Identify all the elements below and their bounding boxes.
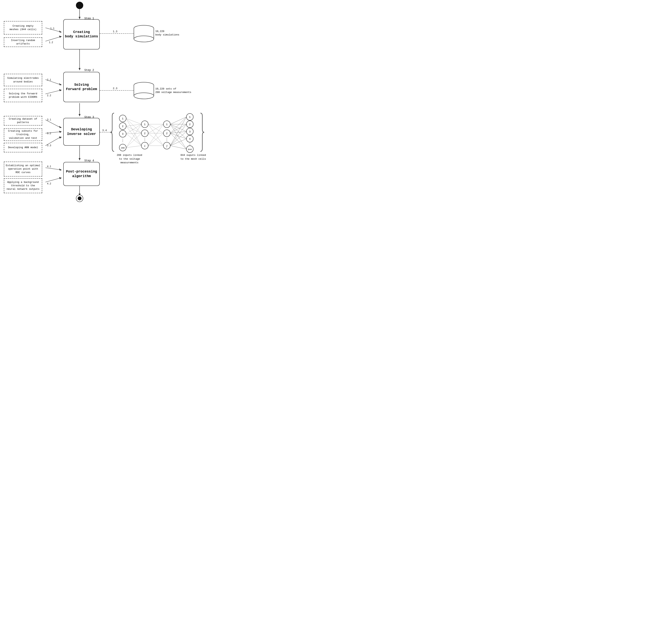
link-2-3: 2.3 — [113, 87, 117, 90]
db8-roc-curves: Establishing an optimal operation point … — [4, 162, 42, 177]
svg-line-92 — [148, 124, 163, 146]
svg-line-107 — [170, 133, 186, 139]
svg-marker-22 — [79, 193, 81, 196]
svg-point-24 — [78, 197, 82, 200]
svg-line-109 — [170, 117, 186, 146]
step3-process-box: Developing Inverse solver — [63, 118, 100, 146]
svg-point-12 — [76, 2, 83, 9]
svg-text:1: 1 — [166, 123, 168, 126]
svg-marker-28 — [59, 36, 62, 38]
sub-1-2: 1.2 — [49, 41, 53, 44]
svg-line-83 — [126, 126, 141, 146]
svg-marker-34 — [59, 126, 62, 128]
svg-line-111 — [170, 132, 186, 146]
svg-marker-16 — [79, 68, 81, 70]
svg-point-6 — [134, 82, 154, 88]
db3-simulating-electrodes: Simulating electrodes around bodies — [4, 74, 42, 86]
svg-marker-18 — [79, 114, 81, 116]
svg-point-10 — [134, 93, 154, 99]
svg-line-79 — [126, 118, 141, 133]
sub-1-1: 1.1 — [50, 27, 54, 30]
svg-marker-32 — [59, 89, 62, 91]
svg-line-27 — [45, 37, 60, 41]
db7-ann-model: Developing ANN model — [4, 143, 42, 152]
db6-label: Creating subsets for training, validatio… — [6, 129, 40, 140]
svg-line-84 — [126, 124, 141, 134]
db3-label: Simulating electrodes around bodies — [7, 76, 39, 83]
svg-marker-40 — [59, 168, 62, 170]
db2-label: Inserting random artifacts — [6, 39, 40, 46]
svg-text:208: 208 — [121, 147, 125, 149]
svg-point-69 — [186, 121, 193, 128]
link-3-4: 3.4 — [102, 129, 107, 132]
svg-line-103 — [170, 124, 186, 149]
step4-process-label: Post-processing algorithm — [66, 169, 97, 179]
step2-label: Step 2 — [84, 69, 94, 72]
svg-rect-1 — [134, 28, 154, 39]
svg-marker-20 — [79, 158, 81, 160]
svg-line-112 — [170, 139, 186, 146]
svg-line-39 — [45, 168, 60, 170]
svg-line-95 — [148, 133, 163, 146]
svg-marker-36 — [59, 131, 62, 133]
svg-line-93 — [148, 124, 163, 133]
step2-process-label: Solving Forward problem — [66, 83, 97, 92]
svg-marker-30 — [59, 83, 62, 85]
svg-line-81 — [126, 124, 141, 126]
svg-point-53 — [141, 121, 148, 128]
db8-label: Establishing an optimal operation point … — [6, 164, 40, 175]
svg-point-62 — [163, 130, 170, 137]
svg-marker-42 — [59, 177, 62, 179]
svg-line-105 — [170, 124, 186, 133]
svg-line-37 — [45, 138, 60, 146]
step1-process-label: Creating body simulations — [65, 30, 98, 39]
link-1-3: 1.3 — [113, 30, 117, 33]
svg-line-101 — [170, 124, 186, 132]
svg-line-104 — [170, 117, 186, 133]
svg-text:4: 4 — [189, 138, 191, 140]
nn-outputs-label: 844 ouputs linked to the mesh cells — [178, 153, 208, 161]
svg-line-80 — [126, 118, 141, 146]
svg-text:⋮: ⋮ — [143, 138, 147, 141]
svg-text:1: 1 — [189, 116, 191, 119]
svg-line-86 — [126, 134, 141, 146]
svg-point-23 — [76, 195, 83, 202]
svg-marker-14 — [79, 17, 81, 19]
db4-label: Solving the forward problem with EIDORS — [9, 92, 37, 99]
db7-label: Developing ANN model — [8, 146, 38, 149]
svg-line-78 — [126, 118, 141, 124]
svg-line-102 — [170, 124, 186, 139]
diagram: 1.3 2.3 Step 1 Step 2 Step 3 Step 4 — [0, 0, 211, 203]
db9-label: Applying a background threshold to the n… — [6, 181, 40, 191]
svg-marker-38 — [59, 136, 62, 139]
svg-text:844: 844 — [188, 148, 192, 151]
svg-text:2: 2 — [144, 132, 146, 135]
svg-line-31 — [45, 90, 60, 94]
svg-point-71 — [186, 128, 193, 135]
svg-line-106 — [170, 132, 186, 133]
db2-random-artifacts: Inserting random artifacts — [4, 37, 42, 47]
sub-2-2: 2.2 — [47, 94, 51, 97]
svg-point-51 — [119, 144, 126, 151]
ds2-label: 10,220 sets of 208 voltage measurements — [155, 87, 191, 94]
svg-text:3: 3 — [189, 130, 191, 133]
svg-line-41 — [45, 178, 60, 182]
sub-3-2: 3.2 — [47, 132, 51, 135]
svg-line-96 — [148, 124, 163, 146]
svg-line-25 — [45, 28, 60, 32]
db1-creating-meshes: Creating empty meshes (844 cells) — [4, 21, 42, 34]
step4-label: Step 4 — [84, 159, 94, 162]
nn-inputs-label: 208 inputs linked to the voltage measure… — [115, 153, 144, 165]
svg-point-48 — [119, 130, 126, 137]
svg-line-85 — [126, 133, 141, 134]
svg-point-65 — [163, 142, 170, 149]
svg-text:2: 2 — [166, 132, 168, 135]
db5-label: Creating dataset of patterns — [6, 117, 40, 124]
svg-text:i: i — [144, 144, 146, 147]
svg-point-46 — [119, 123, 126, 130]
svg-text:1: 1 — [144, 123, 146, 126]
svg-line-87 — [126, 124, 141, 147]
svg-line-91 — [148, 124, 163, 133]
svg-line-35 — [45, 132, 60, 133]
svg-line-89 — [126, 146, 141, 147]
